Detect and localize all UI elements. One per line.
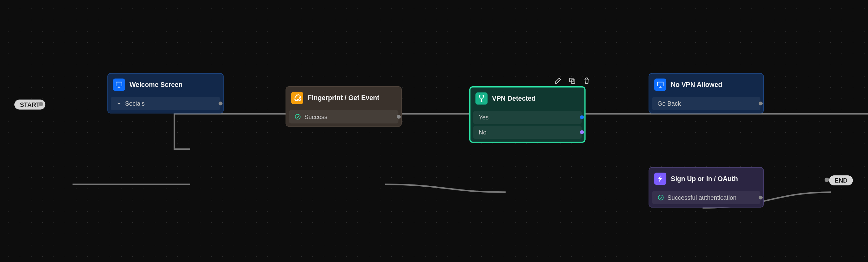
svg-point-10 bbox=[658, 195, 663, 200]
row-successful-auth[interactable]: Successful authentication bbox=[652, 191, 761, 204]
node-vpn-detected[interactable]: VPN Detected Yes No bbox=[469, 86, 586, 143]
row-label: No bbox=[479, 129, 487, 135]
chevron-down-icon bbox=[116, 101, 122, 106]
output-port-no[interactable] bbox=[580, 130, 584, 134]
node-header: Welcome Screen bbox=[111, 76, 220, 95]
svg-rect-2 bbox=[116, 82, 122, 86]
node-title: Sign Up or In / OAuth bbox=[671, 175, 738, 183]
svg-point-8 bbox=[481, 101, 482, 102]
puzzle-icon bbox=[291, 92, 303, 104]
svg-point-6 bbox=[479, 95, 480, 96]
row-label: Success bbox=[305, 113, 328, 120]
row-label: Socials bbox=[125, 100, 145, 107]
start-port[interactable] bbox=[39, 102, 43, 106]
delete-button[interactable] bbox=[582, 76, 591, 85]
connection-wires bbox=[0, 0, 868, 262]
lightning-icon bbox=[654, 172, 666, 185]
output-port[interactable] bbox=[759, 196, 763, 199]
edit-button[interactable] bbox=[553, 76, 562, 85]
output-port[interactable] bbox=[219, 102, 222, 105]
svg-point-3 bbox=[295, 114, 300, 120]
start-label: START bbox=[20, 101, 40, 108]
node-title: No VPN Allowed bbox=[671, 81, 722, 89]
output-port[interactable] bbox=[397, 115, 401, 119]
row-socials[interactable]: Socials bbox=[111, 97, 220, 110]
end-port[interactable] bbox=[825, 177, 829, 182]
node-header: No VPN Allowed bbox=[652, 76, 761, 95]
row-label: Go Back bbox=[657, 100, 681, 107]
fork-icon bbox=[475, 93, 488, 105]
node-header: Fingerprint / Get Event bbox=[289, 90, 398, 108]
end-label: END bbox=[835, 177, 847, 184]
row-go-back[interactable]: Go Back bbox=[652, 97, 761, 110]
row-label: Yes bbox=[479, 114, 489, 121]
node-header: VPN Detected bbox=[473, 90, 582, 109]
node-title: Fingerprint / Get Event bbox=[308, 94, 379, 102]
output-port-yes[interactable] bbox=[580, 116, 584, 119]
row-success[interactable]: Success bbox=[289, 110, 398, 123]
node-sign-up-oauth[interactable]: Sign Up or In / OAuth Successful authent… bbox=[649, 167, 764, 207]
monitor-icon bbox=[113, 78, 125, 91]
node-title: Welcome Screen bbox=[129, 81, 183, 89]
node-fingerprint[interactable]: Fingerprint / Get Event Success bbox=[285, 86, 402, 127]
copy-button[interactable] bbox=[568, 76, 577, 85]
output-port[interactable] bbox=[759, 102, 763, 105]
node-welcome-screen[interactable]: Welcome Screen Socials bbox=[107, 73, 223, 113]
flow-canvas[interactable]: START END Welcome Screen Socials Fingerp… bbox=[0, 0, 868, 262]
node-toolbar bbox=[553, 76, 591, 85]
row-no[interactable]: No bbox=[473, 126, 582, 139]
end-terminal[interactable]: END bbox=[829, 175, 853, 186]
row-label: Successful authentication bbox=[668, 194, 737, 201]
monitor-icon bbox=[654, 78, 666, 91]
node-header: Sign Up or In / OAuth bbox=[652, 170, 761, 189]
svg-point-7 bbox=[483, 95, 484, 96]
svg-rect-9 bbox=[657, 82, 663, 86]
node-no-vpn-allowed[interactable]: No VPN Allowed Go Back bbox=[649, 73, 764, 113]
check-circle-icon bbox=[657, 194, 664, 201]
node-title: VPN Detected bbox=[492, 95, 536, 103]
row-yes[interactable]: Yes bbox=[473, 111, 582, 124]
check-circle-icon bbox=[294, 113, 301, 120]
